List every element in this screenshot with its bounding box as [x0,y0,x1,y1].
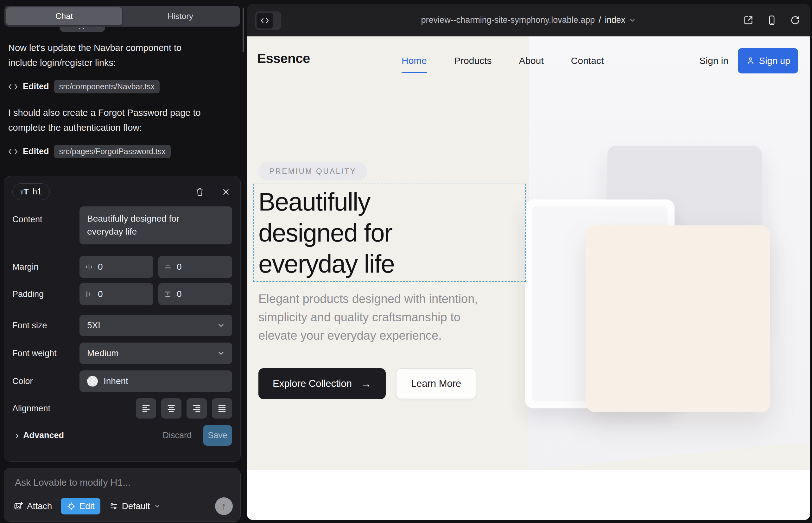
type-icon: TT [20,187,29,197]
explore-collection-button[interactable]: Explore Collection → [259,368,386,399]
margin-vertical-icon [164,263,172,271]
font-weight-label: Font weight [12,348,71,358]
font-weight-value: Medium [87,348,119,358]
close-editor-button[interactable]: × [222,187,230,197]
editor-header: TT h1 × [12,183,232,200]
nav-link-about[interactable]: About [519,55,544,66]
padding-y-input[interactable]: 0 [158,283,232,305]
discard-button[interactable]: Discard [162,431,192,440]
edit-label: Edit [79,501,94,511]
font-size-value: 5XL [87,320,103,330]
tab-bar: Chat History [4,6,240,26]
align-left-icon [141,404,151,413]
element-tag-name: h1 [32,187,42,197]
element-tag-pill[interactable]: TT h1 [12,183,50,200]
mobile-view-button[interactable] [766,15,777,26]
margin-row: Margin 0 0 [12,256,232,278]
chevron-down-icon [154,503,161,509]
content-input[interactable]: Beautifully designed for everyday life [80,206,232,245]
padding-vertical-icon [164,290,172,298]
advanced-toggle[interactable]: › Advanced [16,430,64,441]
send-button[interactable]: ↑ [215,497,233,515]
code-view-toggle[interactable] [255,12,281,30]
nav-link-home[interactable]: Home [402,55,427,66]
chevron-right-icon: › [16,430,19,441]
chat-message: I should also create a Forgot Password p… [8,105,217,135]
code-icon [8,147,18,156]
color-label: Color [12,376,71,386]
attach-button[interactable]: Attach [14,501,52,511]
edited-file-chip[interactable]: src/pages/ForgotPassword.tsx [54,145,171,158]
align-justify-button[interactable] [212,398,232,418]
sign-up-button[interactable]: Sign up [738,48,798,73]
hero-image-card-cream [586,226,770,412]
preview-toolbar-actions [743,4,800,36]
padding-x-input[interactable]: 0 [80,283,153,305]
align-left-button[interactable] [136,398,156,418]
scrolled-chip[interactable]: ·· [59,26,105,32]
learn-more-button[interactable]: Learn More [396,368,476,399]
chevron-down-icon [217,321,225,329]
hero-paragraph: Elegant products designed with intention… [259,290,478,345]
chevron-down-icon [629,17,636,24]
delete-element-button[interactable] [195,187,205,197]
advanced-label: Advanced [23,431,64,440]
refresh-icon [790,15,800,26]
element-editor-panel: TT h1 × Content Beautifully designed for… [4,176,241,462]
sign-up-label: Sign up [759,56,790,66]
mode-label: Default [122,501,150,511]
tab-chat[interactable]: Chat [6,7,122,25]
arrow-right-icon: → [361,378,371,390]
color-select[interactable]: Inherit [80,371,232,392]
edit-mode-button[interactable]: Edit [61,498,100,515]
tab-history[interactable]: History [122,7,239,25]
font-size-row: Font size 5XL [12,315,232,336]
edited-file-chip[interactable]: src/components/Navbar.tsx [54,80,160,93]
file-edit-row[interactable]: Edited src/pages/ForgotPassword.tsx [8,145,217,158]
code-icon [8,83,18,91]
font-weight-row: Font weight Medium [12,343,232,364]
refresh-button[interactable] [790,15,800,26]
selected-element-outline[interactable] [253,184,526,282]
external-link-icon [743,15,754,26]
color-value: Inherit [104,376,128,386]
prompt-box: Ask Lovable to modify H1... Attach Edit … [4,468,241,522]
preview-toolbar: preview--charming-site-symphony.lovable.… [247,4,810,36]
chat-sidebar: Chat History ·· Now let's update the Nav… [0,0,246,523]
save-button[interactable]: Save [203,425,232,446]
preview-url[interactable]: preview--charming-site-symphony.lovable.… [421,15,636,25]
open-external-button[interactable] [743,15,754,26]
prompt-toolbar: Attach Edit Default ↑ [14,497,233,515]
font-weight-select[interactable]: Medium [80,343,232,364]
chat-messages: Now let's update the Navbar component to… [8,40,217,170]
nav-link-products[interactable]: Products [454,55,492,66]
scrollbar[interactable] [243,7,244,52]
url-separator: / [599,15,601,25]
font-size-select[interactable]: 5XL [80,315,232,336]
prompt-input[interactable]: Ask Lovable to modify H1... [15,477,230,488]
align-center-button[interactable] [161,398,181,418]
site-brand[interactable]: Essence [257,51,310,66]
site-navbar: Essence Home Products About Contact Sign… [247,36,810,84]
font-size-label: Font size [12,321,71,330]
nav-link-contact[interactable]: Contact [571,55,604,66]
align-right-button[interactable] [187,398,207,418]
padding-x-value: 0 [98,289,103,299]
mobile-icon [766,15,777,26]
margin-y-input[interactable]: 0 [158,256,232,278]
hero-badge: PREMIUM QUALITY [259,162,367,180]
margin-x-input[interactable]: 0 [80,256,153,278]
mode-select[interactable]: Default [109,501,161,511]
ellipsis-dots: ·· [78,26,87,30]
next-section-background [247,470,810,520]
padding-y-value: 0 [177,289,182,299]
app: Chat History ·· Now let's update the Nav… [0,0,812,523]
sign-in-link[interactable]: Sign in [699,55,728,66]
file-edit-row[interactable]: Edited src/components/Navbar.tsx [8,80,217,93]
cta-primary-label: Explore Collection [273,378,352,390]
url-page: index [605,15,625,25]
code-icon [257,13,273,29]
hero-cta-row: Explore Collection → Learn More [259,368,476,399]
editor-footer: › Advanced Discard Save [12,425,232,446]
align-justify-icon [217,404,227,413]
